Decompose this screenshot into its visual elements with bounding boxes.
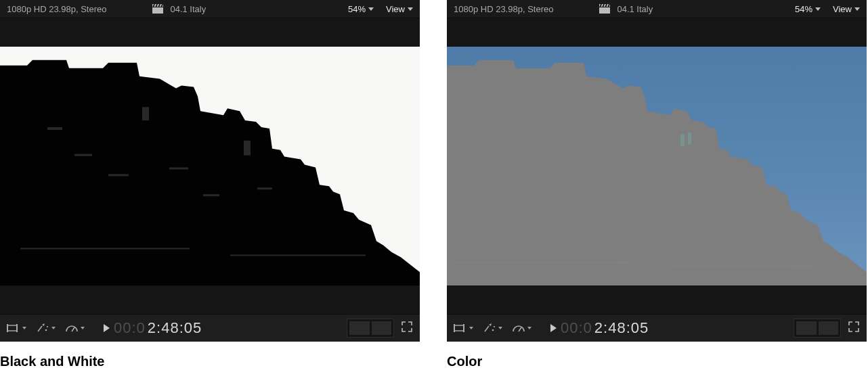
svg-rect-32 bbox=[670, 265, 812, 267]
svg-rect-9 bbox=[142, 107, 149, 120]
svg-point-37 bbox=[492, 329, 494, 331]
letterbox bbox=[0, 285, 420, 314]
zoom-dropdown[interactable]: 54% bbox=[348, 4, 374, 14]
timecode-dim: 00:0 bbox=[114, 319, 146, 337]
meter-bar bbox=[349, 321, 370, 335]
trim-tool[interactable] bbox=[454, 323, 473, 333]
retime-enhance-tool[interactable] bbox=[36, 323, 56, 334]
view-label: View bbox=[833, 4, 852, 14]
clapperboard-icon bbox=[599, 4, 610, 14]
meter-bar bbox=[819, 321, 839, 335]
speed-gauge-tool[interactable] bbox=[65, 323, 85, 334]
zoom-value: 54% bbox=[795, 4, 812, 14]
chevron-down-icon bbox=[469, 327, 473, 329]
fullscreen-button[interactable] bbox=[401, 321, 413, 336]
letterbox bbox=[447, 285, 867, 314]
panel-caption: Color bbox=[447, 354, 867, 369]
clip-name: 04.1 Italy bbox=[170, 4, 206, 14]
letterbox bbox=[0, 18, 420, 47]
play-button[interactable] bbox=[550, 324, 557, 332]
trim-tool[interactable] bbox=[7, 323, 26, 333]
chevron-down-icon bbox=[368, 7, 374, 11]
viewer-color: 1080p HD 23.98p, Stereo bbox=[447, 0, 867, 342]
chevron-down-icon bbox=[815, 7, 821, 11]
viewer-bottom-bar: 00:0 2:48:05 bbox=[0, 315, 420, 342]
svg-rect-11 bbox=[203, 194, 219, 196]
frame-building-silhouette bbox=[0, 47, 420, 285]
panel-caption: Black and White bbox=[0, 354, 420, 369]
svg-rect-35 bbox=[463, 324, 464, 332]
format-info: 1080p HD 23.98p, Stereo bbox=[7, 4, 106, 14]
letterbox bbox=[447, 18, 867, 47]
svg-rect-31 bbox=[454, 261, 630, 263]
fullscreen-button[interactable] bbox=[848, 321, 860, 336]
svg-rect-18 bbox=[16, 324, 18, 332]
chevron-down-icon bbox=[51, 327, 56, 329]
svg-line-22 bbox=[72, 327, 74, 331]
format-info: 1080p HD 23.98p, Stereo bbox=[454, 4, 553, 14]
svg-rect-23 bbox=[599, 7, 610, 14]
svg-rect-13 bbox=[257, 187, 272, 189]
clip-name: 04.1 Italy bbox=[617, 4, 653, 14]
retime-enhance-tool[interactable] bbox=[483, 323, 502, 334]
svg-rect-14 bbox=[20, 248, 190, 249]
svg-line-19 bbox=[38, 326, 42, 331]
chevron-down-icon bbox=[527, 327, 531, 329]
svg-point-20 bbox=[45, 329, 47, 331]
viewer-top-bar: 1080p HD 23.98p, Stereo bbox=[0, 0, 420, 18]
svg-rect-30 bbox=[688, 133, 691, 145]
play-button[interactable] bbox=[104, 324, 110, 332]
timecode[interactable]: 2:48:05 bbox=[594, 319, 649, 337]
frame-building-silhouette bbox=[447, 47, 867, 285]
svg-line-36 bbox=[485, 326, 489, 331]
meter-bar bbox=[372, 321, 392, 335]
timecode-dim: 00:0 bbox=[561, 319, 592, 337]
chevron-down-icon bbox=[854, 7, 860, 11]
meter-bar bbox=[796, 321, 817, 335]
view-dropdown[interactable]: View bbox=[833, 4, 860, 14]
svg-rect-29 bbox=[680, 134, 685, 146]
viewer-bottom-bar: 00:0 2:48:05 bbox=[447, 315, 867, 342]
svg-rect-10 bbox=[169, 167, 188, 169]
svg-rect-0 bbox=[152, 7, 163, 14]
clapperboard-icon bbox=[152, 4, 163, 14]
svg-point-21 bbox=[47, 326, 48, 327]
zoom-value: 54% bbox=[348, 4, 366, 14]
audio-meters[interactable] bbox=[347, 319, 394, 338]
view-label: View bbox=[386, 4, 405, 14]
svg-rect-15 bbox=[230, 254, 366, 256]
svg-rect-16 bbox=[7, 325, 17, 331]
chevron-down-icon bbox=[408, 7, 413, 11]
svg-point-38 bbox=[494, 326, 495, 327]
zoom-dropdown[interactable]: 54% bbox=[795, 4, 821, 14]
svg-rect-7 bbox=[74, 154, 92, 156]
viewer-canvas[interactable] bbox=[447, 18, 867, 315]
svg-line-39 bbox=[519, 327, 521, 331]
speed-gauge-tool[interactable] bbox=[512, 323, 531, 334]
viewer-bw: 1080p HD 23.98p, Stereo bbox=[0, 0, 420, 342]
view-dropdown[interactable]: View bbox=[386, 4, 413, 14]
viewer-canvas[interactable] bbox=[0, 18, 420, 315]
timecode[interactable]: 2:48:05 bbox=[148, 319, 202, 337]
audio-meters[interactable] bbox=[794, 319, 841, 338]
svg-rect-12 bbox=[244, 141, 251, 156]
viewer-top-bar: 1080p HD 23.98p, Stereo bbox=[447, 0, 867, 18]
chevron-down-icon bbox=[498, 327, 502, 329]
svg-rect-34 bbox=[454, 324, 455, 332]
svg-rect-8 bbox=[108, 174, 129, 176]
svg-rect-17 bbox=[7, 324, 8, 332]
chevron-down-icon bbox=[81, 327, 85, 329]
chevron-down-icon bbox=[22, 327, 26, 329]
svg-rect-6 bbox=[47, 127, 62, 130]
svg-rect-33 bbox=[454, 325, 464, 331]
